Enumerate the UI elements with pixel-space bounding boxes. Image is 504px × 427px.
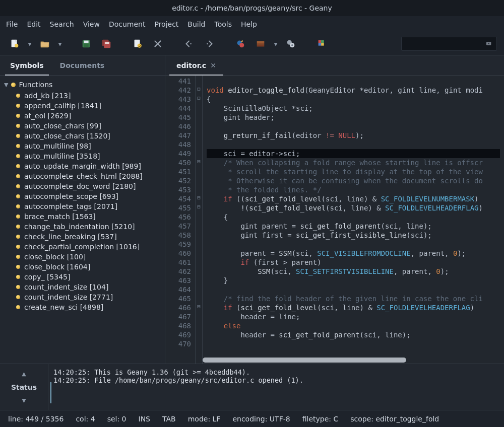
code-line[interactable]: * scroll the starting line to display at…: [207, 167, 500, 176]
symbol-item[interactable]: auto_close_chars [1520]: [16, 131, 163, 141]
symbol-item[interactable]: count_indent_size [2771]: [16, 292, 163, 302]
code-line[interactable]: [207, 122, 500, 131]
symbol-item[interactable]: close_block [100]: [16, 252, 163, 262]
code-line[interactable]: {: [207, 95, 500, 104]
symbol-item[interactable]: brace_match [1563]: [16, 211, 163, 222]
code-line[interactable]: parent = SSM(sci, SCI_VISIBLEFROMDOCLINE…: [207, 249, 500, 258]
open-file-button[interactable]: [37, 36, 52, 51]
code-line[interactable]: [207, 240, 500, 249]
symbol-item[interactable]: check_line_breaking [537]: [16, 232, 163, 242]
symbol-item[interactable]: autocomplete_tags [2071]: [16, 201, 163, 211]
run-button[interactable]: [283, 36, 298, 51]
symbol-item[interactable]: auto_update_margin_width [989]: [16, 161, 163, 171]
code-line[interactable]: SSM(sci, SCI_SETFIRSTVISIBLELINE, parent…: [207, 267, 500, 276]
symbol-item[interactable]: at_eol [2629]: [16, 111, 163, 121]
code-line[interactable]: [207, 140, 500, 149]
code-line[interactable]: g_return_if_fail(editor != NULL);: [207, 131, 500, 140]
sidebar-tab-documents[interactable]: Documents: [55, 56, 110, 76]
symbol-tree[interactable]: ▼ Functions add_kb [213]append_calltip […: [2, 80, 163, 312]
code-line[interactable]: gint header;: [207, 113, 500, 122]
code-line[interactable]: }: [207, 276, 500, 285]
fold-margin[interactable]: ⊟⊟⊟⊟⊟⊟: [196, 76, 203, 364]
messages-body[interactable]: 14:20:25: This is Geany 1.36 (git >= 4bc…: [48, 364, 504, 410]
menu-file[interactable]: File: [6, 20, 18, 28]
symbol-item[interactable]: add_kb [213]: [16, 91, 163, 101]
chevron-up-icon[interactable]: ▲: [22, 371, 26, 377]
chevron-down-icon[interactable]: ▼: [22, 397, 26, 404]
tree-group-functions[interactable]: ▼ Functions: [2, 80, 163, 90]
nav-back-button[interactable]: [181, 36, 197, 51]
symbol-item[interactable]: autocomplete_check_html [2088]: [16, 171, 163, 181]
tree-group-label: Functions: [19, 81, 52, 89]
symbol-item[interactable]: auto_multiline [98]: [16, 141, 163, 151]
editor-body[interactable]: 4414424434444454464474484494504514524534…: [165, 76, 504, 364]
menu-help[interactable]: Help: [241, 20, 257, 28]
symbol-item[interactable]: autocomplete_scope [693]: [16, 191, 163, 201]
editor-tab-editor-c[interactable]: editor.c ✕: [169, 56, 223, 76]
code-line[interactable]: /* find the fold header of the given lin…: [207, 294, 500, 303]
symbol-item[interactable]: autocomplete_doc_word [2180]: [16, 181, 163, 191]
code-line[interactable]: ScintillaObject *sci;: [207, 104, 500, 113]
close-icon[interactable]: ✕: [210, 61, 216, 69]
code-line[interactable]: gint first = sci_get_first_visible_line(…: [207, 231, 500, 240]
symbol-item[interactable]: auto_close_chars [99]: [16, 121, 163, 131]
code-line[interactable]: if (sci_get_fold_level(sci, line) & SC_F…: [207, 303, 500, 312]
code-line[interactable]: header = line;: [207, 312, 500, 321]
symbol-item[interactable]: change_tab_indentation [5210]: [16, 222, 163, 232]
code-line[interactable]: header = sci_get_fold_parent(sci, line);: [207, 330, 500, 339]
symbol-item[interactable]: count_indent_size [104]: [16, 282, 163, 292]
code-line[interactable]: if ((sci_get_fold_level(sci, line) & SC_…: [207, 194, 500, 203]
messages-tab-switcher[interactable]: ▲ Status ▼: [0, 364, 48, 410]
svg-rect-24: [321, 43, 324, 46]
symbol-item[interactable]: create_new_sci [4898]: [16, 302, 163, 312]
clear-icon[interactable]: [485, 40, 493, 48]
sidebar-tab-symbols[interactable]: Symbols: [5, 56, 49, 76]
code-line[interactable]: [207, 339, 500, 348]
code-line[interactable]: [207, 285, 500, 294]
menu-document[interactable]: Document: [109, 20, 146, 28]
menu-search[interactable]: Search: [50, 20, 74, 28]
editor-area: editor.c ✕ 44144244344444544644744844945…: [165, 55, 504, 364]
save-button[interactable]: [79, 36, 94, 51]
code-line[interactable]: * the folded lines. */: [207, 185, 500, 194]
code-line[interactable]: !(sci_get_fold_level(sci, line) & SC_FOL…: [207, 203, 500, 212]
symbol-item[interactable]: auto_multiline [3518]: [16, 151, 163, 161]
open-file-dropdown[interactable]: ▾: [57, 40, 62, 48]
symbol-item[interactable]: copy_ [5345]: [16, 272, 163, 282]
code-line[interactable]: /* When collapsing a fold range whose st…: [207, 158, 500, 167]
menu-project[interactable]: Project: [154, 20, 178, 28]
code-line[interactable]: else: [207, 321, 500, 330]
symbol-label: auto_update_margin_width [989]: [24, 162, 141, 170]
menu-edit[interactable]: Edit: [27, 20, 40, 28]
symbol-item[interactable]: append_calltip [1841]: [16, 101, 163, 111]
menu-tools[interactable]: Tools: [215, 20, 232, 28]
symbol-label: append_calltip [1841]: [24, 102, 101, 110]
code-line[interactable]: if (first > parent): [207, 258, 500, 267]
code-line[interactable]: void editor_toggle_fold(GeanyEditor *edi…: [207, 86, 500, 95]
compile-button[interactable]: [233, 36, 248, 51]
menu-build[interactable]: Build: [187, 20, 205, 28]
symbol-item[interactable]: check_partial_completion [1016]: [16, 242, 163, 252]
svg-rect-23: [319, 43, 322, 46]
code-line[interactable]: {: [207, 212, 500, 222]
build-dropdown[interactable]: ▾: [273, 40, 278, 48]
code-line[interactable]: [207, 77, 500, 86]
reload-button[interactable]: [130, 36, 145, 51]
menu-view[interactable]: View: [83, 20, 100, 28]
new-file-dropdown[interactable]: ▾: [27, 40, 32, 48]
new-file-button[interactable]: [7, 36, 22, 51]
build-button[interactable]: [253, 36, 268, 51]
symbol-item[interactable]: close_block [1604]: [16, 262, 163, 272]
code-line[interactable]: sci = editor->sci;: [207, 149, 500, 158]
symbol-label: count_indent_size [2771]: [24, 293, 113, 301]
save-all-button[interactable]: [99, 36, 114, 51]
color-chooser-button[interactable]: [314, 36, 330, 51]
horizontal-scrollbar[interactable]: [203, 358, 502, 363]
code-view[interactable]: void editor_toggle_fold(GeanyEditor *edi…: [203, 76, 504, 364]
nav-forward-button[interactable]: [202, 36, 217, 51]
close-button[interactable]: [150, 36, 165, 51]
code-line[interactable]: gint parent = sci_get_fold_parent(sci, l…: [207, 222, 500, 231]
toolbar-search-input[interactable]: [401, 37, 497, 51]
bullet-icon: [16, 164, 20, 168]
code-line[interactable]: * Otherwise it can be confusing when the…: [207, 176, 500, 185]
